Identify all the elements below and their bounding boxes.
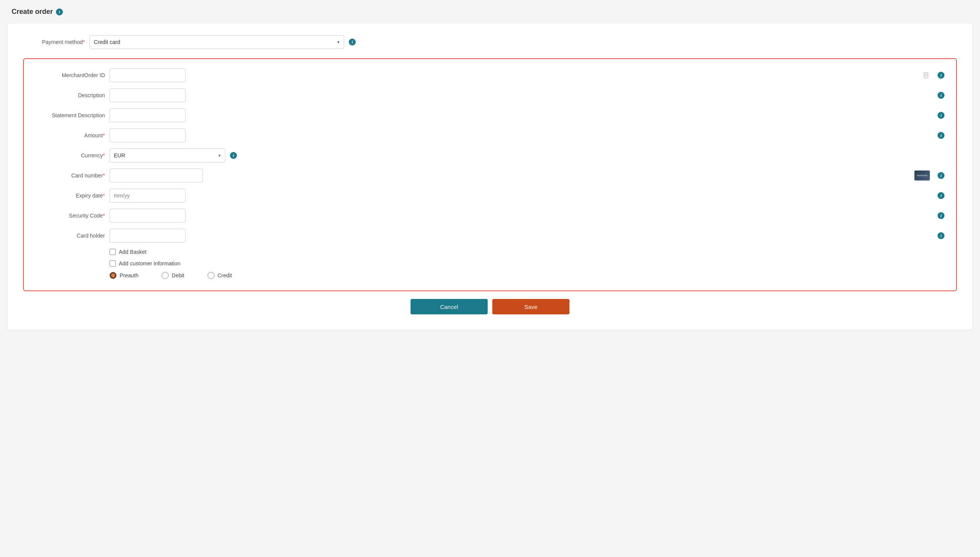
credit-radio[interactable] [208, 272, 215, 279]
security-code-info-icon[interactable]: i [938, 212, 945, 219]
card-number-input-wrapper [110, 169, 933, 182]
credit-option: Credit [208, 272, 232, 279]
amount-input-wrapper [110, 128, 933, 142]
merchant-order-id-input[interactable] [110, 68, 186, 82]
currency-info-icon[interactable]: i [230, 152, 237, 159]
cancel-button[interactable]: Cancel [411, 299, 488, 314]
statement-description-input-wrapper [110, 108, 933, 122]
preauth-label: Preauth [120, 272, 139, 278]
merchant-order-id-label: MerchantOrder ID [35, 72, 105, 78]
card-holder-input-wrapper [110, 229, 933, 243]
expiry-date-input[interactable] [110, 189, 186, 203]
add-basket-row: Add Basket [110, 249, 945, 255]
description-input[interactable] [110, 88, 186, 102]
add-basket-checkbox[interactable] [110, 249, 116, 255]
debit-radio[interactable] [162, 272, 169, 279]
security-code-input[interactable] [110, 209, 186, 223]
statement-description-row: Statement Description i [35, 108, 945, 122]
description-row: Description i [35, 88, 945, 102]
credit-card-icon [914, 170, 930, 181]
payment-method-select-wrapper: Credit card PayPal Bank Transfer SEPA [90, 35, 344, 49]
payment-method-label: Payment method* [23, 39, 85, 45]
card-number-row: Card number* i [35, 169, 945, 182]
checkboxes-section: Add Basket Add customer information [110, 249, 945, 267]
card-holder-info-icon[interactable]: i [938, 232, 945, 239]
currency-select[interactable]: EUR USD GBP CHF [110, 149, 225, 162]
save-button[interactable]: Save [492, 299, 569, 314]
expiry-date-input-wrapper [110, 189, 933, 203]
form-section: MerchantOrder ID i Description [23, 58, 957, 291]
add-customer-info-checkbox[interactable] [110, 260, 116, 267]
amount-row: Amount* i [35, 128, 945, 142]
security-code-input-wrapper [110, 209, 933, 223]
statement-description-input[interactable] [110, 108, 186, 122]
page-info-icon[interactable]: i [56, 8, 63, 15]
preauth-option: Preauth [110, 272, 139, 279]
doc-icon [923, 72, 930, 79]
buttons-row: Cancel Save [23, 299, 957, 314]
security-code-label: Security Code* [35, 213, 105, 219]
add-customer-info-label: Add customer information [119, 260, 181, 267]
payment-method-info-icon[interactable]: i [349, 39, 356, 46]
amount-info-icon[interactable]: i [938, 132, 945, 139]
debit-option: Debit [162, 272, 184, 279]
statement-description-label: Statement Description [35, 112, 105, 118]
radio-section: Preauth Debit Credit [110, 272, 945, 279]
main-card: Payment method* Credit card PayPal Bank … [8, 24, 972, 330]
currency-select-wrapper: EUR USD GBP CHF [110, 149, 225, 162]
card-number-label: Card number* [35, 172, 105, 179]
merchant-order-id-input-wrapper [110, 68, 933, 82]
debit-label: Debit [172, 272, 184, 278]
amount-label: Amount* [35, 132, 105, 138]
expiry-date-label: Expiry date* [35, 192, 105, 199]
statement-description-info-icon[interactable]: i [938, 112, 945, 119]
amount-input[interactable] [110, 128, 186, 142]
payment-method-select[interactable]: Credit card PayPal Bank Transfer SEPA [90, 35, 344, 49]
card-holder-label: Card holder [35, 233, 105, 239]
merchant-order-id-row: MerchantOrder ID i [35, 68, 945, 82]
add-customer-info-row: Add customer information [110, 260, 945, 267]
merchant-order-id-info-icon[interactable]: i [938, 72, 945, 79]
currency-label: Currency* [35, 152, 105, 159]
card-holder-row: Card holder i [35, 229, 945, 243]
expiry-date-row: Expiry date* i [35, 189, 945, 203]
description-info-icon[interactable]: i [938, 92, 945, 99]
payment-method-row: Payment method* Credit card PayPal Bank … [23, 35, 957, 49]
page-header: Create order i [8, 8, 972, 16]
card-number-info-icon[interactable]: i [938, 172, 945, 179]
card-holder-input[interactable] [110, 229, 186, 243]
page-title: Create order [12, 8, 53, 16]
description-label: Description [35, 92, 105, 98]
expiry-date-info-icon[interactable]: i [938, 192, 945, 199]
currency-row: Currency* EUR USD GBP CHF i [35, 149, 945, 162]
credit-label: Credit [218, 272, 232, 278]
security-code-row: Security Code* i [35, 209, 945, 223]
card-number-input[interactable] [110, 169, 203, 182]
add-basket-label: Add Basket [119, 249, 147, 255]
preauth-radio[interactable] [110, 272, 117, 279]
description-input-wrapper [110, 88, 933, 102]
